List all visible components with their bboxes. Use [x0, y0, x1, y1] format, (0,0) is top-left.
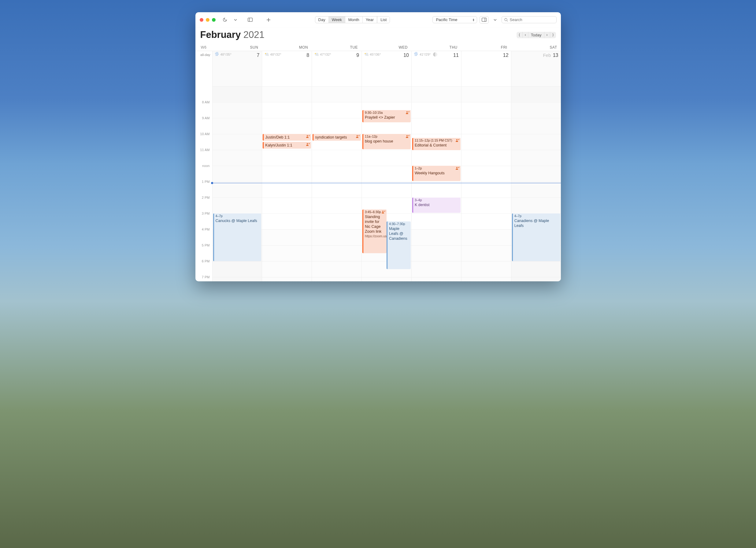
allday-cell[interactable]: 41°/29°11: [411, 51, 461, 84]
event-canadiens[interactable]: 4–7pCanadiens @ Maple Leafs: [512, 213, 560, 261]
moon-icon[interactable]: [221, 16, 229, 24]
people-icon: [356, 135, 360, 138]
titlebar: February 2021 ⟨ ‹ Today › ⟩: [195, 28, 561, 40]
svg-point-18: [406, 111, 408, 113]
view-month[interactable]: Month: [345, 17, 363, 23]
chevron-down-icon[interactable]: [232, 16, 239, 24]
dow-mon: MON: [262, 44, 312, 51]
weather: 48°/35°: [214, 52, 260, 57]
hour-label: 4 PM: [195, 214, 212, 230]
svg-point-4: [505, 18, 507, 21]
sidebar-toggle-icon[interactable]: [246, 16, 254, 24]
svg-rect-2: [482, 18, 486, 22]
weather: 48°/32°: [264, 52, 310, 57]
event-leafs[interactable]: 4:30–7:30pMaple Leafs @ Canadiens: [387, 221, 411, 269]
people-icon: [382, 210, 385, 213]
hour-labels: 8 AM9 AM10 AM11 AMnoon1 PM2 PM3 PM4 PM5 …: [195, 84, 212, 281]
search-icon: [504, 18, 508, 22]
view-week[interactable]: Week: [329, 17, 345, 23]
allday-cell[interactable]: 12: [461, 51, 511, 84]
next-big-icon[interactable]: ⟩: [550, 32, 556, 38]
event-subtitle: https://zoom.us/j/940667413: [365, 234, 385, 239]
event-time: 11a–12p: [365, 135, 409, 139]
allday-cell[interactable]: Feb 13: [511, 51, 561, 84]
event-title: Weekly Hangouts: [415, 171, 459, 176]
day-column[interactable]: 4–7pCanadiens @ Maple Leafs: [511, 84, 561, 281]
today-button[interactable]: Today: [528, 32, 544, 38]
people-icon: [456, 167, 459, 170]
hour-label: 8 AM: [195, 87, 212, 103]
weather: 45°/36°: [364, 52, 409, 57]
event-justin-deb[interactable]: Justin/Deb 1:1: [263, 134, 311, 141]
allday-cell[interactable]: 48°/32°8: [262, 51, 312, 84]
svg-line-6: [216, 55, 216, 56]
day-date: 8: [306, 53, 309, 58]
day-column[interactable]: syndication targets: [312, 84, 361, 281]
event-dentist[interactable]: 3–4pK dentist: [412, 198, 461, 213]
search-input[interactable]: [510, 17, 554, 22]
event-nic[interactable]: 3:45–6:30pStanding invite for Nic Cage Z…: [362, 209, 387, 253]
day-date: 10: [403, 53, 409, 58]
event-pray[interactable]: 9:30–10:15aPraytell <> Zapier: [362, 110, 411, 122]
day-column[interactable]: 9:30–10:15aPraytell <> Zapier11a–12pblog…: [361, 84, 411, 281]
dow-tue: TUE: [312, 44, 361, 51]
event-blog[interactable]: 11a–12pblog open house: [362, 134, 411, 149]
event-time: 9:30–10:15a: [365, 111, 409, 115]
event-time: 4:30–7:30p: [389, 222, 409, 226]
event-editorial[interactable]: 11:15–12p (1:15 PM CST)Editorial & Conte…: [412, 138, 461, 150]
event-hang[interactable]: 1–2pWeekly Hangouts: [412, 166, 461, 181]
event-kalyn[interactable]: Kalyn/Justin 1:1: [263, 142, 311, 149]
view-year[interactable]: Year: [363, 17, 377, 23]
panel-toggle-icon[interactable]: [480, 16, 489, 24]
maximize-window[interactable]: [212, 18, 216, 22]
allday-cell[interactable]: 47°/32°9: [312, 51, 361, 84]
event-time: 4–7p: [216, 214, 260, 218]
event-synd[interactable]: syndication targets: [313, 134, 361, 141]
svg-point-20: [382, 211, 384, 212]
prev-big-icon[interactable]: ⟨: [517, 32, 523, 38]
timezone-select[interactable]: Pacific Time ▴▾: [432, 16, 477, 23]
day-date: 12: [503, 53, 509, 58]
allday-cell[interactable]: 45°/36°10: [361, 51, 411, 84]
toolbar: Day Week Month Year List Pacific Time ▴▾: [195, 12, 561, 28]
svg-line-14: [417, 55, 417, 56]
dow-fri: FRI: [461, 44, 511, 51]
event-title: Justin/Deb 1:1: [265, 135, 290, 140]
prev-icon[interactable]: ‹: [523, 32, 528, 38]
view-list[interactable]: List: [377, 17, 390, 23]
day-column[interactable]: 11:15–12p (1:15 PM CST)Editorial & Conte…: [411, 84, 461, 281]
panel-chevron-down-icon[interactable]: [491, 16, 499, 24]
event-canucks[interactable]: 4–7pCanucks @ Maple Leafs: [213, 213, 261, 261]
allday-label: all-day: [195, 51, 212, 84]
svg-line-13: [416, 55, 416, 56]
event-title: Canadiens @ Maple Leafs: [514, 218, 559, 228]
event-title: Canucks @ Maple Leafs: [216, 218, 260, 223]
day-date: 11: [453, 53, 459, 58]
event-time: 4–7p: [514, 214, 559, 218]
add-event-button[interactable]: [265, 16, 272, 24]
event-time: 11:15–12p (1:15 PM CST): [415, 139, 459, 143]
view-day[interactable]: Day: [315, 17, 329, 23]
day-column[interactable]: 4–7pCanucks @ Maple Leafs: [212, 84, 262, 281]
current-time-indicator: [212, 183, 561, 183]
event-title: blog open house: [365, 139, 409, 144]
minimize-window[interactable]: [206, 18, 209, 22]
allday-cell[interactable]: 48°/35°7: [212, 51, 262, 84]
day-date: 9: [356, 53, 359, 58]
people-icon: [306, 135, 310, 138]
timezone-label: Pacific Time: [436, 17, 457, 22]
day-column[interactable]: Justin/Deb 1:1Kalyn/Justin 1:1: [262, 84, 312, 281]
day-of-week-header: W6 SUN MON TUE WED THU FRI SAT: [195, 40, 561, 51]
week-number: W6: [195, 44, 212, 51]
dow-wed: WED: [361, 44, 411, 51]
day-date: Feb 13: [543, 53, 558, 58]
hour-label: 11 AM: [195, 135, 212, 150]
dow-sun: SUN: [212, 44, 262, 51]
close-window[interactable]: [200, 18, 203, 22]
day-column[interactable]: [461, 84, 511, 281]
hour-label: 7 PM: [195, 262, 212, 278]
search-field[interactable]: [502, 16, 557, 23]
next-icon[interactable]: ›: [544, 32, 550, 38]
weather: 41°/29°: [413, 52, 459, 57]
dow-thu: THU: [411, 44, 461, 51]
